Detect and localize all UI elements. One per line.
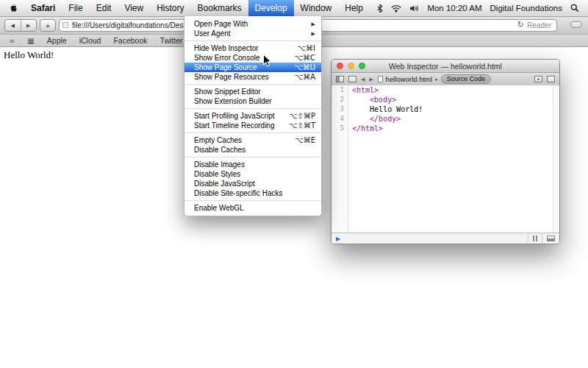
back-button[interactable]: ◀ [5, 20, 21, 31]
menu-item-label: Start Profiling JavaScript [194, 112, 283, 120]
toolbar-toggle-button[interactable] [570, 21, 582, 28]
menu-item-label: Disable Styles [194, 170, 315, 178]
split-console-icon[interactable] [533, 236, 534, 241]
line-number: 1 [331, 85, 348, 95]
divider [528, 233, 528, 244]
menu-bar-clock[interactable]: Mon 10:20 AM [427, 4, 481, 13]
zoom-icon[interactable] [359, 63, 365, 69]
menu-bar: Safari File Edit View History Bookmarks … [0, 0, 588, 17]
close-icon[interactable] [337, 63, 343, 69]
code-line[interactable]: 2 <body> [331, 95, 559, 105]
menu-item-disable-site-specific-hacks[interactable]: Disable Site-specific Hacks [184, 188, 321, 198]
bookmark-icloud[interactable]: iCloud [79, 36, 101, 45]
menu-item-user-agent[interactable]: User Agent ▶ [184, 29, 321, 38]
minimize-icon[interactable] [348, 63, 354, 69]
inspect-element-icon[interactable] [534, 76, 542, 82]
line-number: 5 [331, 124, 348, 133]
menu-file[interactable]: File [62, 0, 89, 16]
menu-item-show-extension-builder[interactable]: Show Extension Builder [184, 96, 321, 106]
menu-item-start-profiling-javascript[interactable]: Start Profiling JavaScript ⌥⇧⌘P [184, 111, 321, 121]
menu-item-label: Show Error Console [194, 54, 288, 62]
inspector-title-bar[interactable]: Web Inspector — helloworld.html [331, 60, 559, 73]
spotlight-icon[interactable] [570, 4, 579, 13]
source-code-badge[interactable]: Source Code [441, 74, 492, 84]
menu-item-label: User Agent [194, 29, 306, 38]
menu-item-shortcut: ⌥⌘E [295, 136, 315, 144]
code-line[interactable]: 3 Hello World! [331, 105, 559, 114]
console-panel-icon[interactable] [547, 76, 555, 82]
menu-item-shortcut: ⌥⌘C [294, 54, 315, 62]
breadcrumb-separator-icon: ▸ [435, 77, 438, 82]
menu-separator [184, 132, 321, 133]
menu-item-empty-caches[interactable]: Empty Caches ⌥⌘E [184, 135, 321, 145]
reload-icon[interactable]: ↻ [517, 20, 524, 29]
page-content-text: Hello World! [4, 49, 54, 61]
menu-item-label: Show Page Resources [194, 73, 289, 81]
dock-side-icon[interactable] [336, 76, 344, 82]
top-sites-icon[interactable]: ▦ [27, 37, 34, 45]
menu-item-label: Show Snippet Editor [194, 88, 315, 96]
bookmark-twitter[interactable]: Twitter [160, 36, 183, 45]
menu-item-hide-web-inspector[interactable]: Hide Web Inspector ⌥⌘I [184, 43, 321, 53]
bluetooth-icon[interactable] [377, 4, 383, 13]
user-menu[interactable]: Digital Foundations [490, 4, 562, 13]
menu-item-label: Start Timeline Recording [194, 121, 283, 130]
inspector-bottom-controls [523, 233, 555, 244]
inspector-forward-icon[interactable]: ▶ [369, 77, 373, 82]
apple-menu[interactable] [0, 3, 24, 13]
inspector-toolbar-right [534, 76, 555, 82]
page-favicon-icon [62, 22, 68, 28]
menu-help[interactable]: Help [338, 0, 370, 16]
menu-item-enable-webgl[interactable]: Enable WebGL [184, 203, 321, 213]
menu-item-show-snippet-editor[interactable]: Show Snippet Editor [184, 87, 321, 96]
menu-safari[interactable]: Safari [24, 0, 62, 16]
menu-item-disable-javascript[interactable]: Disable JavaScript [184, 179, 321, 188]
code-line[interactable]: 5 </html> [331, 124, 559, 133]
inspector-breadcrumb[interactable]: helloworld.html ▸ Source Code [378, 74, 491, 84]
menu-item-show-error-console[interactable]: Show Error Console ⌥⌘C [184, 53, 321, 63]
menu-item-label: Enable WebGL [194, 204, 315, 212]
breadcrumb-file-name[interactable]: helloworld.html [386, 75, 432, 83]
menu-bookmarks[interactable]: Bookmarks [191, 0, 248, 16]
source-code-view[interactable]: 1 <html> 2 <body> 3 Hello World! 4 </bod… [331, 85, 559, 233]
inspector-back-icon[interactable]: ◀ [361, 77, 365, 82]
menu-separator [184, 157, 321, 158]
menu-develop[interactable]: Develop [248, 0, 294, 16]
bookmark-apple[interactable]: Apple [47, 36, 67, 45]
menu-item-show-page-source[interactable]: Show Page Source ⌥⌘U [184, 63, 321, 72]
reading-list-icon[interactable]: ∞ [9, 37, 15, 45]
divider [542, 233, 542, 244]
menu-item-open-page-with[interactable]: Open Page With ▶ [184, 19, 321, 29]
code-text: <body> [348, 95, 396, 105]
menu-history[interactable]: History [150, 0, 190, 16]
bookmark-facebook[interactable]: Facebook [113, 36, 147, 45]
volume-icon[interactable] [409, 4, 419, 13]
reader-button[interactable]: Reader [527, 21, 551, 30]
menu-edit[interactable]: Edit [90, 0, 118, 16]
inspector-scrollbar[interactable] [553, 85, 559, 233]
menu-view[interactable]: View [118, 0, 150, 16]
code-line[interactable]: 1 <html> [331, 85, 559, 95]
menu-item-shortcut: ⌥⌘I [298, 44, 315, 52]
menu-item-start-timeline-recording[interactable]: Start Timeline Recording ⌥⇧⌘T [184, 121, 321, 130]
wifi-icon[interactable] [391, 4, 401, 13]
resources-panel-icon[interactable] [348, 76, 356, 82]
menu-item-label: Open Page With [194, 20, 306, 28]
forward-button[interactable]: ▶ [21, 20, 37, 31]
develop-menu: Open Page With ▶ User Agent ▶ Hide Web I… [184, 16, 322, 216]
menu-item-disable-styles[interactable]: Disable Styles [184, 169, 321, 179]
menu-item-disable-caches[interactable]: Disable Caches [184, 145, 321, 155]
dock-bottom-icon[interactable] [547, 236, 555, 241]
code-line[interactable]: 4 </body> [331, 114, 559, 124]
menu-separator [184, 84, 321, 85]
window-controls [337, 63, 365, 69]
console-prompt-icon[interactable]: ▶ [336, 236, 340, 242]
menu-item-disable-images[interactable]: Disable Images [184, 160, 321, 169]
menu-item-show-page-resources[interactable]: Show Page Resources ⌥⌘A [184, 72, 321, 82]
menu-window[interactable]: Window [294, 0, 339, 16]
code-text: <html> [348, 85, 379, 95]
submenu-arrow-icon: ▶ [312, 31, 315, 37]
inspector-toolbar: ◀ ▶ helloworld.html ▸ Source Code [331, 73, 559, 86]
new-tab-button[interactable]: + [40, 19, 56, 32]
menu-separator [184, 200, 321, 201]
